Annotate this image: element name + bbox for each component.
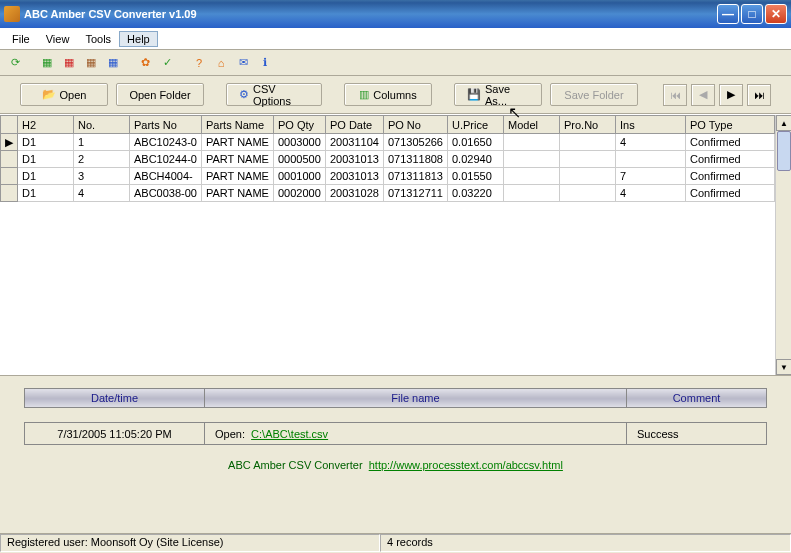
cell: 0.01550 bbox=[447, 168, 503, 185]
tools-icon[interactable]: ✿ bbox=[136, 54, 154, 72]
col-h2[interactable]: H2 bbox=[18, 116, 74, 134]
vertical-scrollbar[interactable]: ▲ ▼ bbox=[775, 115, 791, 375]
cell: PART NAME bbox=[202, 168, 274, 185]
cell bbox=[503, 151, 559, 168]
export-xls-icon[interactable]: ▦ bbox=[38, 54, 56, 72]
cell: 0003000 bbox=[273, 134, 325, 151]
minimize-button[interactable]: — bbox=[717, 4, 739, 24]
log-row-table: 7/31/2005 11:05:20 PM Open: C:\ABC\test.… bbox=[24, 422, 767, 445]
col-prono[interactable]: Pro.No bbox=[559, 116, 615, 134]
col-model[interactable]: Model bbox=[503, 116, 559, 134]
export-pdf-icon[interactable]: ▦ bbox=[60, 54, 78, 72]
save-as-button[interactable]: 💾 Save As... bbox=[454, 83, 542, 106]
open-button[interactable]: 📂 Open bbox=[20, 83, 108, 106]
toolbar-icons: ⟳ ▦ ▦ ▦ ▦ ✿ ✓ ? ⌂ ✉ ℹ bbox=[0, 50, 791, 76]
data-grid-area: H2 No. Parts No Parts Name PO Qty PO Dat… bbox=[0, 114, 791, 376]
cell: 0001000 bbox=[273, 168, 325, 185]
cell: 20031028 bbox=[325, 185, 383, 202]
menu-tools[interactable]: Tools bbox=[77, 31, 119, 47]
nav-last-button[interactable]: ⏭ bbox=[747, 84, 771, 106]
log-area: Date/time File name Comment 7/31/2005 11… bbox=[0, 376, 791, 449]
col-poqty[interactable]: PO Qty bbox=[273, 116, 325, 134]
col-no[interactable]: No. bbox=[74, 116, 130, 134]
log-action: Open: bbox=[215, 428, 245, 440]
cell: Confirmed bbox=[685, 168, 774, 185]
col-partsno[interactable]: Parts No bbox=[130, 116, 202, 134]
table-row[interactable]: D14ABC0038-00PART NAME000200020031028071… bbox=[1, 185, 775, 202]
cell: 20031013 bbox=[325, 151, 383, 168]
export-html-icon[interactable]: ▦ bbox=[104, 54, 122, 72]
row-marker-header bbox=[1, 116, 18, 134]
cell: 0002000 bbox=[273, 185, 325, 202]
cell: Confirmed bbox=[685, 134, 774, 151]
toolbar-buttons: 📂 Open Open Folder ⚙ CSV Options ▥ Colum… bbox=[0, 76, 791, 114]
save-as-label: Save As... bbox=[485, 83, 529, 107]
col-pono[interactable]: PO No bbox=[383, 116, 447, 134]
col-uprice[interactable]: U.Price bbox=[447, 116, 503, 134]
footer-url[interactable]: http://www.processtext.com/abccsv.html bbox=[369, 459, 563, 471]
menu-help[interactable]: Help bbox=[119, 31, 158, 47]
cell: ABCH4004- bbox=[130, 168, 202, 185]
col-partsname[interactable]: Parts Name bbox=[202, 116, 274, 134]
cell: 071311808 bbox=[383, 151, 447, 168]
csv-options-label: CSV Options bbox=[253, 83, 309, 107]
nav-prev-button[interactable]: ◀ bbox=[691, 84, 715, 106]
statusbar: Registered user: Moonsoft Oy (Site Licen… bbox=[0, 533, 791, 553]
cell bbox=[559, 134, 615, 151]
open-folder-button[interactable]: Open Folder bbox=[116, 83, 204, 106]
log-row: 7/31/2005 11:05:20 PM Open: C:\ABC\test.… bbox=[25, 423, 767, 445]
open-folder-label: Open Folder bbox=[129, 89, 190, 101]
data-grid[interactable]: H2 No. Parts No Parts Name PO Qty PO Dat… bbox=[0, 115, 775, 375]
save-folder-label: Save Folder bbox=[564, 89, 623, 101]
cell: Confirmed bbox=[685, 185, 774, 202]
col-ins[interactable]: Ins bbox=[615, 116, 685, 134]
status-records: 4 records bbox=[380, 534, 791, 552]
nav-next-button[interactable]: ▶ bbox=[719, 84, 743, 106]
cell: D1 bbox=[18, 185, 74, 202]
menu-file[interactable]: File bbox=[4, 31, 38, 47]
cell: 0000500 bbox=[273, 151, 325, 168]
export-doc-icon[interactable]: ▦ bbox=[82, 54, 100, 72]
close-button[interactable]: ✕ bbox=[765, 4, 787, 24]
cell bbox=[559, 151, 615, 168]
spellcheck-icon[interactable]: ✓ bbox=[158, 54, 176, 72]
help-icon[interactable]: ? bbox=[190, 54, 208, 72]
cell: 2 bbox=[74, 151, 130, 168]
col-podate[interactable]: PO Date bbox=[325, 116, 383, 134]
cell: 7 bbox=[615, 168, 685, 185]
cell: 3 bbox=[74, 168, 130, 185]
cell: 1 bbox=[74, 134, 130, 151]
col-potype[interactable]: PO Type bbox=[685, 116, 774, 134]
footer-link-area: ABC Amber CSV Converter http://www.proce… bbox=[0, 449, 791, 475]
save-icon: 💾 bbox=[467, 88, 481, 101]
table-row[interactable]: D13ABCH4004-PART NAME0001000200310130713… bbox=[1, 168, 775, 185]
log-file-link[interactable]: C:\ABC\test.csv bbox=[251, 428, 328, 440]
titlebar: ABC Amber CSV Converter v1.09 — □ ✕ bbox=[0, 0, 791, 28]
cell: 071312711 bbox=[383, 185, 447, 202]
table-row[interactable]: D12ABC10244-0PART NAME000050020031013071… bbox=[1, 151, 775, 168]
cell: ABC10243-0 bbox=[130, 134, 202, 151]
scroll-thumb[interactable] bbox=[777, 131, 791, 171]
maximize-button[interactable]: □ bbox=[741, 4, 763, 24]
gear-icon: ⚙ bbox=[239, 88, 249, 101]
log-header-filename: File name bbox=[205, 389, 627, 408]
cell: PART NAME bbox=[202, 185, 274, 202]
log-comment: Success bbox=[627, 423, 767, 445]
nav-first-button[interactable]: ⏮ bbox=[663, 84, 687, 106]
menubar: File View Tools Help bbox=[0, 28, 791, 50]
save-folder-button[interactable]: Save Folder bbox=[550, 83, 638, 106]
app-icon bbox=[4, 6, 20, 22]
cell: PART NAME bbox=[202, 151, 274, 168]
table-row[interactable]: ▶D11ABC10243-0PART NAME00030002003110407… bbox=[1, 134, 775, 151]
mail-icon[interactable]: ✉ bbox=[234, 54, 252, 72]
open-label: Open bbox=[60, 89, 87, 101]
scroll-down-icon[interactable]: ▼ bbox=[776, 359, 791, 375]
home-icon[interactable]: ⌂ bbox=[212, 54, 230, 72]
csv-options-button[interactable]: ⚙ CSV Options bbox=[226, 83, 322, 106]
grid-header-row: H2 No. Parts No Parts Name PO Qty PO Dat… bbox=[1, 116, 775, 134]
refresh-icon[interactable]: ⟳ bbox=[6, 54, 24, 72]
info-icon[interactable]: ℹ bbox=[256, 54, 274, 72]
columns-button[interactable]: ▥ Columns bbox=[344, 83, 432, 106]
menu-view[interactable]: View bbox=[38, 31, 78, 47]
scroll-up-icon[interactable]: ▲ bbox=[776, 115, 791, 131]
